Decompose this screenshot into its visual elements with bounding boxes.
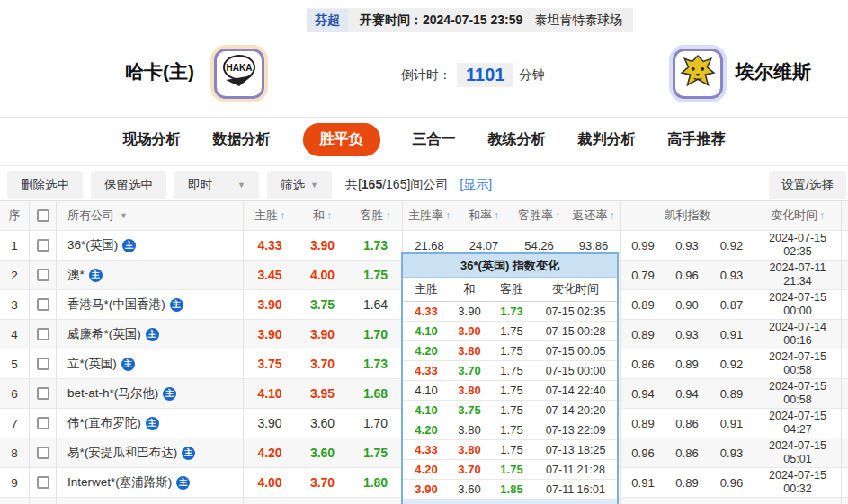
col-away-odds[interactable]: 客胜↑: [349, 201, 402, 230]
draw-odds-cell[interactable]: 3.70: [296, 468, 349, 497]
popup-footer: [403, 500, 617, 504]
sort-asc-icon: ↑: [445, 209, 451, 222]
kelly-away-value: 0.93: [710, 261, 754, 289]
filter-dropdown[interactable]: 筛选 ▼: [267, 171, 332, 199]
keep-selected-button[interactable]: 保留选中: [91, 171, 166, 199]
popup-away-odds: 1.73: [489, 305, 534, 318]
select-all-checkbox[interactable]: [37, 209, 49, 222]
popup-away-odds: 1.75: [489, 324, 534, 338]
company-name[interactable]: 36*(英国) 主: [56, 231, 243, 260]
nav-tab[interactable]: 胜平负: [303, 123, 380, 156]
home-odds-cell[interactable]: 4.10: [243, 379, 296, 408]
show-link[interactable]: [显示]: [460, 177, 492, 193]
popup-col-time: 变化时间: [534, 281, 617, 297]
popup-home-odds: 4.20: [403, 423, 450, 437]
away-odds-cell[interactable]: 1.73: [349, 349, 402, 378]
league-badge[interactable]: 芬超: [307, 9, 348, 32]
row-checkbox[interactable]: [37, 358, 49, 370]
draw-odds-cell[interactable]: 3.90: [296, 320, 349, 349]
popup-row: 4.10 3.90 1.75 07-15 00:28: [403, 322, 617, 341]
col-return-rate[interactable]: 返还率↑: [567, 201, 620, 230]
company-name[interactable]: 立*(英国) 主: [56, 349, 243, 378]
nav-tab[interactable]: 三合一: [413, 130, 456, 149]
draw-odds-cell[interactable]: 4.00: [296, 261, 349, 289]
company-name[interactable]: 伟*(直布罗陀) 主: [56, 409, 243, 438]
draw-odds-cell[interactable]: 3.90: [296, 231, 349, 260]
company-name[interactable]: 香港马*(中国香港) 主: [56, 290, 243, 319]
primary-company-icon: 主: [163, 387, 176, 401]
draw-odds-cell[interactable]: 3.60: [296, 409, 349, 438]
row-checkbox[interactable]: [37, 328, 49, 340]
away-odds-cell[interactable]: 1.73: [349, 231, 402, 260]
realtime-dropdown[interactable]: 即时 ▼: [174, 171, 259, 199]
away-odds-cell[interactable]: [349, 498, 402, 504]
delete-selected-button[interactable]: 删除选中: [7, 171, 83, 199]
popup-row: 4.10 3.75 1.75 07-14 20:20: [403, 401, 617, 420]
popup-col-home: 主胜: [403, 281, 450, 297]
away-odds-cell[interactable]: 1.75: [349, 261, 402, 289]
draw-odds-cell[interactable]: 3.60: [296, 438, 349, 467]
row-checkbox[interactable]: [37, 447, 49, 459]
nav-tab[interactable]: 教练分析: [488, 130, 546, 149]
change-time-cell: 2024-07-1400:16: [754, 320, 841, 349]
draw-odds-cell[interactable]: 3.75: [296, 290, 349, 319]
home-odds-cell[interactable]: 3.45: [243, 261, 296, 289]
col-away-rate[interactable]: 客胜率↑: [512, 201, 567, 230]
company-name[interactable]: bet-at-h*(马尔他) 主: [56, 379, 243, 408]
popup-row: 4.33 3.90 1.73 07-15 02:35: [403, 302, 617, 322]
row-checkbox[interactable]: [37, 476, 49, 489]
row-checkbox[interactable]: [37, 239, 49, 252]
col-company[interactable]: 所有公司 ▼: [56, 201, 243, 230]
col-home-rate[interactable]: 主胜率↑: [402, 201, 456, 230]
kelly-home-value: 0.99: [620, 231, 665, 260]
away-odds-cell[interactable]: 1.70: [349, 320, 402, 349]
row-checkbox-cell: [29, 290, 56, 319]
draw-odds-cell[interactable]: 3.70: [296, 349, 349, 378]
home-odds-cell[interactable]: [243, 498, 296, 504]
company-name[interactable]: 主: [56, 498, 243, 504]
nav-tab[interactable]: 裁判分析: [578, 130, 636, 149]
away-odds-cell[interactable]: 1.75: [349, 438, 402, 467]
home-odds-cell[interactable]: 3.90: [243, 320, 296, 349]
row-checkbox[interactable]: [37, 417, 49, 429]
home-odds-cell[interactable]: 4.00: [243, 468, 296, 497]
col-home-odds[interactable]: 主胜↑: [243, 201, 296, 230]
home-odds-cell[interactable]: 4.20: [243, 438, 296, 467]
company-name[interactable]: Interwet*(塞浦路斯) 主: [56, 468, 243, 497]
draw-odds-cell[interactable]: [296, 498, 349, 504]
away-odds-cell[interactable]: 1.70: [349, 409, 402, 438]
countdown: 倒计时： 1101 分钟: [401, 63, 544, 87]
draw-odds-cell[interactable]: 3.95: [296, 379, 349, 408]
row-checkbox[interactable]: [37, 387, 49, 400]
kelly-home-value: 0.94: [620, 379, 665, 408]
col-draw-odds[interactable]: 和↑: [296, 201, 349, 230]
home-odds-cell[interactable]: 3.90: [243, 409, 296, 438]
nav-tab[interactable]: 高手推荐: [668, 130, 726, 149]
col-draw-rate[interactable]: 和率↑: [456, 201, 512, 230]
company-name[interactable]: 澳* 主: [56, 261, 243, 289]
away-odds-cell[interactable]: 1.68: [349, 379, 402, 408]
kelly-away-value: 0.92: [710, 231, 754, 260]
company-name[interactable]: 威廉希*(英国) 主: [56, 320, 243, 349]
home-odds-cell[interactable]: 3.90: [243, 290, 296, 319]
popup-draw-odds: 3.80: [450, 423, 489, 437]
countdown-label: 倒计时：: [401, 67, 451, 84]
sort-asc-icon: ↑: [280, 209, 285, 222]
row-checkbox[interactable]: [37, 298, 49, 311]
away-odds-cell[interactable]: 1.64: [349, 290, 402, 319]
popup-home-odds: 3.90: [403, 482, 450, 496]
home-odds-cell[interactable]: 3.75: [243, 349, 296, 378]
away-odds-cell[interactable]: 1.80: [349, 468, 402, 497]
nav-tab[interactable]: 现场分析: [123, 130, 181, 149]
nav-tab[interactable]: 数据分析: [213, 130, 271, 149]
change-time-cell: 2024-07-1500:58: [754, 379, 841, 408]
settings-button[interactable]: 设置/选择: [769, 171, 846, 199]
company-name[interactable]: 易*(安提瓜和巴布达) 主: [56, 438, 243, 467]
popup-change-time: 07-13 22:09: [534, 424, 617, 437]
col-change-time[interactable]: 变化时间↑: [754, 201, 841, 230]
kelly-away-value: 0.91: [710, 320, 754, 349]
kelly-home-value: 0.89: [620, 290, 665, 319]
row-checkbox-cell: [29, 349, 56, 378]
home-odds-cell[interactable]: 4.33: [243, 231, 296, 260]
row-checkbox[interactable]: [37, 269, 49, 281]
